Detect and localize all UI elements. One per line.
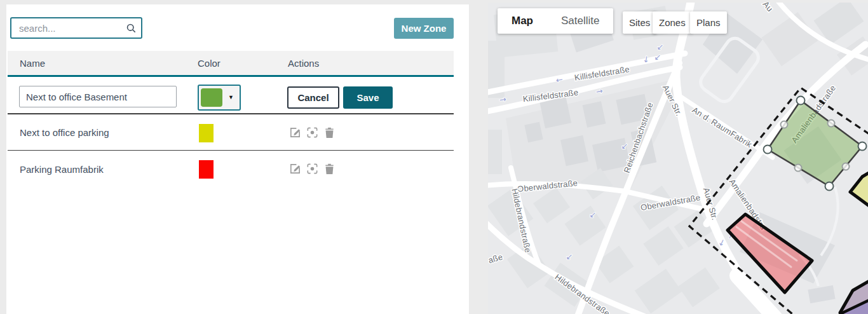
midpoint-handle[interactable] [781, 121, 788, 128]
new-zone-button[interactable]: New Zone [394, 18, 454, 39]
delete-zone-button[interactable] [322, 161, 337, 177]
street-label: aße [488, 252, 504, 265]
edit-zone-button[interactable] [287, 125, 302, 140]
color-dropdown[interactable]: ▼ [198, 85, 241, 111]
zone-name: Parking Raumfabrik [20, 163, 104, 174]
street-label: An d. RaumFabrik [691, 105, 754, 149]
header-name: Name [8, 58, 198, 69]
search-box[interactable] [10, 17, 142, 39]
crosshair-icon [306, 126, 319, 139]
midpoint-handle[interactable] [843, 163, 850, 170]
midpoint-handle[interactable] [828, 120, 835, 127]
street-label: Au [761, 3, 775, 13]
cancel-button[interactable]: Cancel [287, 86, 339, 109]
zone-color-swatch [199, 124, 214, 142]
vertex-handle[interactable] [764, 146, 772, 154]
map-type-map-button[interactable]: Map [498, 8, 547, 34]
locate-zone-button[interactable] [304, 125, 320, 140]
vertex-handle[interactable] [825, 182, 834, 191]
color-swatch-selected [201, 88, 222, 107]
zone-name: Next to office parking [20, 127, 109, 138]
table-row: Next to office parking [8, 114, 454, 151]
plans-button[interactable]: Plans [690, 11, 727, 34]
svg-text:→: → [499, 94, 507, 104]
map-container: ← → → ↓ ↙ ↙ ↙ ↙ ↙ ↓ ↑ Killisfeldstraße K… [488, 3, 868, 314]
map-type-control: Map Satellite [498, 8, 613, 34]
vertex-handle[interactable] [797, 97, 805, 105]
zone-polygon-green-selected[interactable] [768, 100, 862, 186]
midpoint-handle[interactable] [795, 165, 802, 172]
table-header: Name Color Actions [8, 51, 454, 77]
crosshair-icon [306, 162, 319, 175]
svg-text:↙: ↙ [657, 42, 664, 51]
save-button[interactable]: Save [343, 86, 393, 109]
header-color: Color [198, 58, 288, 69]
zone-color-swatch [199, 160, 214, 179]
map-type-satellite-button[interactable]: Satellite [547, 8, 613, 34]
delete-zone-button[interactable] [322, 125, 337, 140]
locate-zone-button[interactable] [304, 161, 320, 177]
dropdown-arrow-icon: ▼ [222, 95, 240, 100]
zone-list-panel: New Zone Name Color Actions ▼ Cancel Sav… [6, 4, 469, 314]
svg-text:↙: ↙ [590, 210, 597, 219]
search-icon [121, 23, 141, 34]
pencil-square-icon [288, 162, 302, 175]
zones-button[interactable]: Zones [653, 11, 692, 34]
svg-text:↙: ↙ [621, 141, 628, 151]
vertex-handle[interactable] [858, 142, 867, 151]
trash-icon [323, 126, 336, 139]
header-actions: Actions [288, 58, 454, 69]
map-canvas[interactable]: ← → → ↓ ↙ ↙ ↙ ↙ ↙ ↓ ↑ Killisfeldstraße K… [488, 3, 868, 314]
edit-zone-button[interactable] [287, 161, 302, 177]
zone-polygon-yellow[interactable] [850, 156, 868, 206]
svg-text:↙: ↙ [566, 252, 573, 261]
zone-edit-row: ▼ Cancel Save [8, 78, 454, 114]
trash-icon [323, 162, 336, 175]
sites-button[interactable]: Sites [623, 11, 656, 34]
pencil-square-icon [288, 126, 302, 139]
zone-name-input[interactable] [19, 86, 177, 107]
search-input[interactable] [11, 23, 121, 34]
svg-text:↙: ↙ [654, 52, 661, 62]
table-row: Parking Raumfabrik [8, 151, 454, 187]
